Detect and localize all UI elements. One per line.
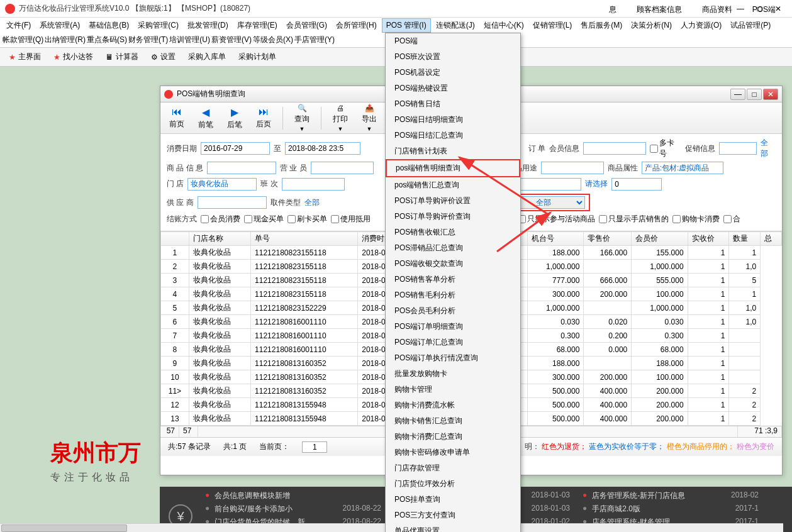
menu-item[interactable]: 手店管理(Y): [294, 35, 335, 45]
dropdown-item[interactable]: POS端收银交款查询: [386, 256, 520, 272]
chk-cash[interactable]: 现金买单: [244, 214, 284, 224]
dropdown-item[interactable]: 购物卡消费汇总查询: [386, 429, 520, 445]
chk-promo-only[interactable]: 只显示参与活动商品: [518, 214, 595, 224]
zero-input[interactable]: [611, 178, 662, 191]
menu-item[interactable]: 培训管理(U): [169, 35, 210, 45]
supplier-input[interactable]: [198, 196, 267, 209]
inner-close-button[interactable]: ✕: [763, 89, 778, 100]
category-input[interactable]: [518, 178, 581, 191]
member-input[interactable]: [583, 142, 646, 155]
dropdown-item[interactable]: POS订单导购评价设置: [386, 193, 520, 209]
grid-header[interactable]: 实收价: [688, 232, 729, 246]
last-page-button[interactable]: ⏭后页: [254, 105, 274, 131]
grid-header[interactable]: [161, 232, 189, 246]
menu-item[interactable]: 基础信息(B): [85, 19, 133, 32]
next-button[interactable]: ▶后笔: [225, 105, 245, 131]
dropdown-item[interactable]: POS滞销品汇总查询: [386, 240, 520, 256]
inner-maximize-button[interactable]: □: [747, 89, 762, 100]
dropdown-item[interactable]: 购物卡管理: [386, 382, 520, 397]
finder-button[interactable]: ★找小达答: [50, 50, 97, 64]
grid-header[interactable]: 机台号: [528, 232, 584, 246]
plan-button[interactable]: 采购计划单: [235, 50, 280, 64]
pick-all-link[interactable]: 全部: [304, 197, 320, 208]
dropdown-item[interactable]: POS挂单查询: [386, 492, 520, 507]
export-button[interactable]: 📤导出▼: [359, 103, 379, 133]
dropdown-item[interactable]: POS会员毛利分析: [386, 303, 520, 319]
dropdown-item[interactable]: 购物卡密码修改申请单: [386, 445, 520, 460]
store-input[interactable]: [187, 178, 257, 191]
doc-tab[interactable]: 息: [605, 3, 620, 16]
chk-merge[interactable]: 合: [723, 214, 740, 224]
dropdown-item[interactable]: 门店存款管理: [386, 460, 520, 476]
chk-card[interactable]: 刷卡买单: [287, 214, 327, 224]
inner-minimize-button[interactable]: —: [730, 89, 745, 100]
menu-item[interactable]: 重点条码(S): [87, 35, 127, 45]
menu-item[interactable]: 会所管理(H): [332, 19, 381, 32]
home-button[interactable]: ★主界面: [5, 50, 45, 64]
dropdown-item[interactable]: POS销售收银汇总: [386, 224, 520, 240]
news-item[interactable]: ●会员信息调整模块新增: [205, 490, 381, 501]
chk-store-only[interactable]: 只显示手店销售的: [599, 214, 669, 224]
menu-item[interactable]: 库存管理(E): [233, 19, 281, 32]
grid-header[interactable]: 会员价: [632, 232, 688, 246]
dropdown-item[interactable]: pos端销售汇总查询: [386, 177, 520, 193]
menu-item[interactable]: 财务管理(T): [128, 35, 168, 45]
menu-item[interactable]: 出纳管理(R): [45, 35, 86, 45]
menu-item[interactable]: 帐款管理(Q): [3, 35, 43, 45]
filter-all-link[interactable]: 全部: [761, 138, 776, 159]
grid-header[interactable]: 门店名称: [189, 232, 250, 246]
news-item[interactable]: ●手店商城2.0版2017-1: [583, 504, 759, 514]
menu-item[interactable]: 等级会员(X): [253, 35, 293, 45]
dropdown-item[interactable]: 门店货位坪效分析: [386, 476, 520, 492]
product-input[interactable]: [207, 162, 276, 174]
grid-header[interactable]: 单号: [251, 232, 358, 246]
settings-button[interactable]: ⚙设置: [147, 50, 179, 64]
doc-tab[interactable]: 商品资料: [698, 3, 736, 16]
dropdown-item[interactable]: pos端销售明细查询: [386, 159, 520, 177]
dropdown-item[interactable]: POS端日结明细查询: [386, 112, 520, 128]
calc-button[interactable]: 🖩计算器: [102, 50, 142, 64]
dropdown-item[interactable]: POS销售日结: [386, 96, 520, 112]
dropdown-item[interactable]: POS端订单汇总查询: [386, 335, 520, 350]
chk-giftcard[interactable]: 购物卡消费: [672, 214, 720, 224]
menu-item[interactable]: 短信中心(K): [480, 19, 528, 32]
dropdown-item[interactable]: 购物卡消费流水帐: [386, 397, 520, 413]
menu-item[interactable]: 薪资管理(V): [211, 35, 252, 45]
dropdown-item[interactable]: POS三方支付查询: [386, 507, 520, 523]
grid-header[interactable]: 数量: [729, 232, 761, 246]
dropdown-item[interactable]: 单品优惠设置: [386, 523, 520, 532]
prev-button[interactable]: ◀前笔: [196, 105, 216, 131]
menu-item[interactable]: 文件(F): [3, 19, 35, 32]
choose-link[interactable]: 请选择: [585, 179, 608, 189]
menu-item[interactable]: 批发管理(D): [184, 19, 232, 32]
doc-tab[interactable]: POS端: [749, 3, 779, 16]
dropdown-item[interactable]: POS端订单执行情况查询: [386, 350, 520, 366]
multicard-checkbox[interactable]: 多卡号: [650, 138, 681, 159]
menu-item[interactable]: 促销管理(L): [529, 19, 576, 32]
dropdown-item[interactable]: 购物卡销售汇总查询: [386, 413, 520, 429]
dropdown-item[interactable]: POS端订单明细查询: [386, 319, 520, 335]
menu-item[interactable]: 售后服务(M): [577, 19, 626, 32]
menu-item[interactable]: 人力资源(O): [677, 19, 725, 32]
first-page-button[interactable]: ⏮前页: [167, 105, 187, 131]
chk-member[interactable]: 会员消费: [201, 214, 240, 224]
grid-header[interactable]: 总: [761, 232, 782, 246]
news-item[interactable]: ●前台购买/服务卡添加小2018-08-22: [205, 504, 381, 514]
menu-item[interactable]: 连锁配送(J): [432, 19, 479, 32]
print-button[interactable]: 🖨打印▼: [330, 103, 350, 133]
staff-input[interactable]: [311, 162, 374, 174]
dropdown-item[interactable]: POS订单导购评价查询: [386, 209, 520, 224]
dropdown-item[interactable]: POS销售客单分析: [386, 272, 520, 287]
menu-item[interactable]: 采购管理(C): [134, 19, 182, 32]
dropdown-item[interactable]: 批量发放购物卡: [386, 366, 520, 382]
use-input[interactable]: [541, 162, 604, 174]
menu-item[interactable]: 决策分析(N): [627, 19, 676, 32]
menu-item[interactable]: 会员管理(G): [282, 19, 331, 32]
dropdown-item[interactable]: POS端热键设置: [386, 80, 520, 96]
dropdown-item[interactable]: POS端日结汇总查询: [386, 128, 520, 143]
news-item[interactable]: ●店务管理系统-新开门店信息2018-02: [583, 490, 759, 501]
menu-item[interactable]: POS 管理(I): [382, 18, 431, 33]
menu-item[interactable]: 系统管理(A): [36, 19, 84, 32]
dropdown-item[interactable]: 门店销售计划表: [386, 143, 520, 159]
dropdown-item[interactable]: POS班次设置: [386, 49, 520, 65]
